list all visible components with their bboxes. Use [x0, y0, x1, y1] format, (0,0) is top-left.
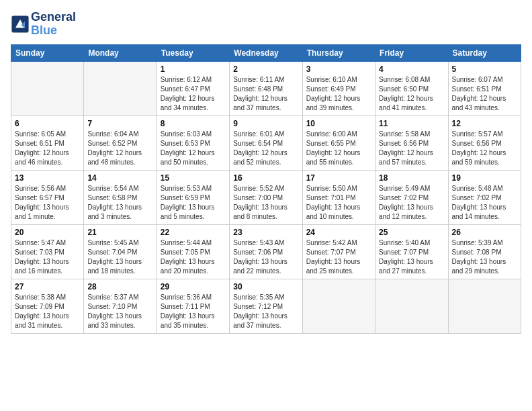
calendar-cell: 24 Sunrise: 5:42 AM Sunset: 7:07 PM Dayl… [302, 224, 375, 279]
day-info: Sunrise: 6:00 AM Sunset: 6:55 PM Dayligh… [306, 130, 371, 167]
calendar-cell: 4 Sunrise: 6:08 AM Sunset: 6:50 PM Dayli… [375, 61, 448, 116]
day-number: 22 [161, 228, 226, 237]
calendar-cell: 6 Sunrise: 6:05 AM Sunset: 6:51 PM Dayli… [11, 116, 84, 170]
calendar-day-header: Saturday [448, 44, 521, 61]
day-info: Sunrise: 5:56 AM Sunset: 6:57 PM Dayligh… [15, 184, 80, 222]
day-number: 4 [379, 64, 444, 74]
day-number: 30 [233, 282, 298, 291]
day-info: Sunrise: 6:03 AM Sunset: 6:53 PM Dayligh… [161, 130, 226, 167]
calendar-table: SundayMondayTuesdayWednesdayThursdayFrid… [11, 44, 521, 334]
calendar-cell: 11 Sunrise: 5:58 AM Sunset: 6:56 PM Dayl… [375, 116, 448, 170]
day-info: Sunrise: 5:49 AM Sunset: 7:02 PM Dayligh… [379, 184, 444, 222]
day-number: 27 [15, 282, 80, 291]
calendar-cell: 2 Sunrise: 6:11 AM Sunset: 6:48 PM Dayli… [230, 61, 302, 116]
day-number: 9 [233, 119, 298, 128]
calendar-cell [84, 61, 157, 116]
calendar-cell: 14 Sunrise: 5:54 AM Sunset: 6:58 PM Dayl… [84, 170, 157, 224]
calendar-cell [302, 279, 375, 333]
day-info: Sunrise: 6:12 AM Sunset: 6:47 PM Dayligh… [161, 75, 226, 113]
day-number: 26 [452, 228, 517, 237]
calendar-day-header: Thursday [302, 44, 375, 61]
logo-icon [11, 15, 30, 34]
day-number: 1 [161, 64, 226, 74]
day-info: Sunrise: 5:48 AM Sunset: 7:02 PM Dayligh… [452, 184, 517, 222]
calendar-cell: 1 Sunrise: 6:12 AM Sunset: 6:47 PM Dayli… [157, 61, 229, 116]
day-number: 21 [87, 228, 152, 237]
day-info: Sunrise: 6:05 AM Sunset: 6:51 PM Dayligh… [15, 130, 80, 167]
day-number: 2 [233, 64, 298, 74]
logo-text: GeneralBlue [31, 11, 76, 38]
day-info: Sunrise: 5:58 AM Sunset: 6:56 PM Dayligh… [379, 130, 444, 167]
calendar-cell [448, 279, 521, 333]
day-info: Sunrise: 5:50 AM Sunset: 7:01 PM Dayligh… [306, 184, 371, 222]
calendar-cell: 18 Sunrise: 5:49 AM Sunset: 7:02 PM Dayl… [375, 170, 448, 224]
calendar-cell: 23 Sunrise: 5:43 AM Sunset: 7:06 PM Dayl… [230, 224, 302, 279]
calendar-cell: 30 Sunrise: 5:35 AM Sunset: 7:12 PM Dayl… [230, 279, 302, 333]
calendar-cell: 20 Sunrise: 5:47 AM Sunset: 7:03 PM Dayl… [11, 224, 84, 279]
day-number: 28 [87, 282, 152, 291]
calendar-cell: 19 Sunrise: 5:48 AM Sunset: 7:02 PM Dayl… [448, 170, 521, 224]
calendar-cell: 10 Sunrise: 6:00 AM Sunset: 6:55 PM Dayl… [302, 116, 375, 170]
calendar-week-row: 13 Sunrise: 5:56 AM Sunset: 6:57 PM Dayl… [11, 170, 521, 224]
day-info: Sunrise: 6:04 AM Sunset: 6:52 PM Dayligh… [87, 130, 152, 167]
day-info: Sunrise: 5:37 AM Sunset: 7:10 PM Dayligh… [87, 293, 152, 330]
day-info: Sunrise: 5:40 AM Sunset: 7:07 PM Dayligh… [379, 238, 444, 276]
day-info: Sunrise: 5:54 AM Sunset: 6:58 PM Dayligh… [87, 184, 152, 222]
calendar-week-row: 6 Sunrise: 6:05 AM Sunset: 6:51 PM Dayli… [11, 116, 521, 170]
day-info: Sunrise: 5:47 AM Sunset: 7:03 PM Dayligh… [15, 238, 80, 276]
day-info: Sunrise: 5:35 AM Sunset: 7:12 PM Dayligh… [233, 293, 298, 330]
day-number: 12 [452, 119, 517, 128]
day-number: 18 [379, 173, 444, 183]
calendar-cell: 9 Sunrise: 6:01 AM Sunset: 6:54 PM Dayli… [230, 116, 302, 170]
calendar-week-row: 1 Sunrise: 6:12 AM Sunset: 6:47 PM Dayli… [11, 61, 521, 116]
day-info: Sunrise: 5:52 AM Sunset: 7:00 PM Dayligh… [233, 184, 298, 222]
day-number: 5 [452, 64, 517, 74]
day-info: Sunrise: 5:39 AM Sunset: 7:08 PM Dayligh… [452, 238, 517, 276]
calendar-cell: 16 Sunrise: 5:52 AM Sunset: 7:00 PM Dayl… [230, 170, 302, 224]
calendar-day-header: Wednesday [230, 44, 302, 61]
day-info: Sunrise: 5:42 AM Sunset: 7:07 PM Dayligh… [306, 238, 371, 276]
logo: GeneralBlue [11, 11, 76, 38]
calendar-cell: 15 Sunrise: 5:53 AM Sunset: 6:59 PM Dayl… [157, 170, 229, 224]
day-number: 8 [161, 119, 226, 128]
calendar-cell: 13 Sunrise: 5:56 AM Sunset: 6:57 PM Dayl… [11, 170, 84, 224]
calendar-cell: 7 Sunrise: 6:04 AM Sunset: 6:52 PM Dayli… [84, 116, 157, 170]
calendar-day-header: Friday [375, 44, 448, 61]
day-number: 17 [306, 173, 371, 183]
calendar-cell: 25 Sunrise: 5:40 AM Sunset: 7:07 PM Dayl… [375, 224, 448, 279]
day-number: 19 [452, 173, 517, 183]
day-number: 23 [233, 228, 298, 237]
day-number: 24 [306, 228, 371, 237]
day-info: Sunrise: 5:38 AM Sunset: 7:09 PM Dayligh… [15, 293, 80, 330]
day-number: 6 [15, 119, 80, 128]
calendar-week-row: 27 Sunrise: 5:38 AM Sunset: 7:09 PM Dayl… [11, 279, 521, 333]
day-info: Sunrise: 6:07 AM Sunset: 6:51 PM Dayligh… [452, 75, 517, 113]
calendar-day-header: Tuesday [157, 44, 229, 61]
calendar-day-header: Monday [84, 44, 157, 61]
day-info: Sunrise: 5:43 AM Sunset: 7:06 PM Dayligh… [233, 238, 298, 276]
calendar-week-row: 20 Sunrise: 5:47 AM Sunset: 7:03 PM Dayl… [11, 224, 521, 279]
day-number: 11 [379, 119, 444, 128]
calendar-cell: 28 Sunrise: 5:37 AM Sunset: 7:10 PM Dayl… [84, 279, 157, 333]
day-info: Sunrise: 5:53 AM Sunset: 6:59 PM Dayligh… [161, 184, 226, 222]
day-info: Sunrise: 6:08 AM Sunset: 6:50 PM Dayligh… [379, 75, 444, 113]
day-info: Sunrise: 5:36 AM Sunset: 7:11 PM Dayligh… [161, 293, 226, 330]
day-info: Sunrise: 6:10 AM Sunset: 6:49 PM Dayligh… [306, 75, 371, 113]
calendar-cell: 8 Sunrise: 6:03 AM Sunset: 6:53 PM Dayli… [157, 116, 229, 170]
day-number: 25 [379, 228, 444, 237]
calendar-header-row: SundayMondayTuesdayWednesdayThursdayFrid… [11, 44, 521, 61]
calendar-cell [375, 279, 448, 333]
day-info: Sunrise: 5:45 AM Sunset: 7:04 PM Dayligh… [87, 238, 152, 276]
calendar-cell: 26 Sunrise: 5:39 AM Sunset: 7:08 PM Dayl… [448, 224, 521, 279]
day-number: 7 [87, 119, 152, 128]
day-number: 10 [306, 119, 371, 128]
day-number: 14 [87, 173, 152, 183]
day-number: 29 [161, 282, 226, 291]
calendar-cell: 3 Sunrise: 6:10 AM Sunset: 6:49 PM Dayli… [302, 61, 375, 116]
day-info: Sunrise: 5:44 AM Sunset: 7:05 PM Dayligh… [161, 238, 226, 276]
calendar-cell: 17 Sunrise: 5:50 AM Sunset: 7:01 PM Dayl… [302, 170, 375, 224]
day-number: 13 [15, 173, 80, 183]
day-number: 15 [161, 173, 226, 183]
day-number: 20 [15, 228, 80, 237]
calendar-cell: 22 Sunrise: 5:44 AM Sunset: 7:05 PM Dayl… [157, 224, 229, 279]
